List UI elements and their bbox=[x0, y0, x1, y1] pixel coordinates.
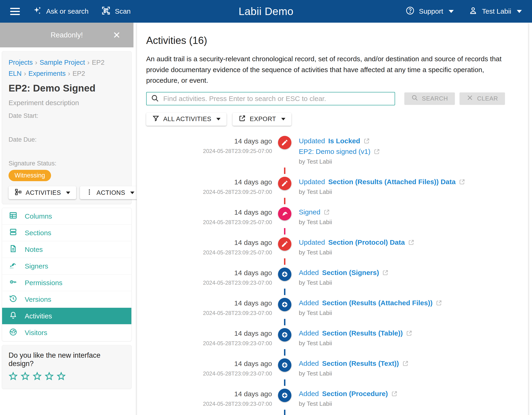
activity-times: 14 days ago 2024-05-28T23:09:23-07:00 bbox=[146, 358, 272, 377]
search-box bbox=[146, 92, 395, 105]
timeline-connector bbox=[284, 168, 285, 174]
star-icon[interactable] bbox=[57, 372, 66, 382]
face-icon bbox=[9, 328, 17, 338]
all-activities-filter-button[interactable]: ALL ACTIVITIES bbox=[146, 113, 227, 126]
timeline-connector-row bbox=[146, 407, 519, 415]
activity-entry: 14 days ago 2024-05-28T23:09:23-07:00 Ad… bbox=[146, 358, 519, 377]
star-icon[interactable] bbox=[45, 372, 54, 382]
external-link-icon bbox=[459, 179, 465, 185]
sidebar-item-visitors[interactable]: Visitors bbox=[2, 325, 131, 341]
activity-times: 14 days ago 2024-05-28T23:09:25-07:00 bbox=[146, 237, 272, 256]
status-badge: Witnessing bbox=[9, 170, 51, 181]
star-icon[interactable] bbox=[20, 372, 30, 382]
activities-dropdown-button[interactable]: ACTIVITIES bbox=[9, 186, 76, 199]
date-due-label: Date Due: bbox=[9, 136, 125, 143]
clear-button[interactable]: CLEAR bbox=[459, 92, 505, 105]
support-menu[interactable]: Support bbox=[406, 6, 454, 17]
star-icon[interactable] bbox=[9, 372, 18, 382]
timestamp: 2024-05-28T23:09:25-07:00 bbox=[146, 189, 272, 195]
activity-by: by Test Labii bbox=[299, 188, 519, 196]
activity-entry: 14 days ago 2024-05-28T23:09:25-07:00 Up… bbox=[146, 136, 519, 165]
activity-link[interactable]: EP2: Demo signed (v1) bbox=[299, 148, 519, 156]
activity-link[interactable]: Updated Section (Results (Attached Files… bbox=[299, 178, 519, 186]
chevron-down-icon bbox=[281, 118, 285, 120]
timeline-connector bbox=[284, 379, 285, 386]
activity-link[interactable]: Signed bbox=[299, 208, 519, 216]
relative-time: 14 days ago bbox=[146, 299, 272, 307]
timestamp: 2024-05-28T23:09:23-07:00 bbox=[146, 340, 272, 346]
top-navbar: Ask or search Scan Labii Demo Support Te… bbox=[0, 0, 532, 23]
activity-link[interactable]: Added Section (Signers) bbox=[299, 268, 519, 277]
scan-label: Scan bbox=[115, 7, 131, 15]
relative-time: 14 days ago bbox=[146, 329, 272, 337]
external-link-icon bbox=[374, 148, 380, 155]
rating-question: Do you like the new interface design? bbox=[9, 351, 125, 368]
activity-link[interactable]: Added Section (Results (Table)) bbox=[299, 329, 519, 337]
search-icon bbox=[411, 94, 418, 103]
chevron-down-icon bbox=[517, 10, 522, 13]
activity-links: Updated Is LockedEP2: Demo signed (v1) bbox=[299, 137, 519, 156]
user-menu[interactable]: Test Labii bbox=[468, 6, 522, 17]
sidebar: Readonly! ✕ Projects›Sample Project›EP2 … bbox=[0, 23, 133, 389]
sidebar-item-label: Permissions bbox=[25, 279, 62, 287]
pencil-icon bbox=[278, 136, 291, 149]
timeline-connector bbox=[284, 349, 285, 356]
hamburger-menu-icon[interactable] bbox=[10, 8, 20, 15]
timeline-connector-row bbox=[146, 256, 519, 267]
sidebar-item-versions[interactable]: Versions bbox=[2, 291, 131, 308]
readonly-banner: Readonly! ✕ bbox=[0, 23, 133, 47]
sidebar-item-label: Activities bbox=[25, 312, 52, 320]
close-icon bbox=[466, 94, 473, 103]
all-activities-filter-label: ALL ACTIVITIES bbox=[163, 116, 211, 123]
activity-times: 14 days ago 2024-05-28T23:09:23-07:00 bbox=[146, 328, 272, 347]
relative-time: 14 days ago bbox=[146, 239, 272, 247]
activity-times: 14 days ago 2024-05-28T23:09:23-07:00 bbox=[146, 389, 272, 407]
kebab-menu-icon bbox=[86, 188, 93, 197]
activity-links: Updated Section (Results (Attached Files… bbox=[299, 178, 519, 186]
export-button[interactable]: EXPORT bbox=[233, 113, 291, 126]
sidebar-item-notes[interactable]: Notes bbox=[2, 241, 131, 258]
feedback-card: Do you like the new interface design? bbox=[2, 345, 132, 389]
search-input[interactable] bbox=[163, 95, 390, 103]
timeline-connector bbox=[284, 198, 285, 204]
record-title: EP2: Demo Signed bbox=[9, 83, 125, 94]
timeline-connector bbox=[284, 258, 285, 265]
activity-link[interactable]: Added Section (Results (Attached Files)) bbox=[299, 299, 519, 307]
activity-link[interactable]: Updated Is Locked bbox=[299, 137, 519, 145]
timeline-connector bbox=[284, 228, 285, 235]
external-link-icon bbox=[436, 300, 442, 306]
chevron-down-icon bbox=[66, 192, 70, 194]
sidebar-item-activities[interactable]: Activities bbox=[2, 308, 131, 325]
search-button[interactable]: SEARCH bbox=[404, 92, 455, 105]
external-link-icon bbox=[391, 391, 398, 397]
activity-link[interactable]: Added Section (Results (Text)) bbox=[299, 359, 519, 368]
activity-link[interactable]: Added Section (Procedure) bbox=[299, 390, 519, 398]
breadcrumb-link[interactable]: ELN bbox=[9, 70, 21, 77]
activity-timeline: 14 days ago 2024-05-28T23:09:25-07:00 Up… bbox=[146, 136, 519, 415]
timeline-connector-row bbox=[146, 196, 519, 207]
workflow-icon bbox=[15, 188, 22, 197]
actions-dropdown-button[interactable]: ACTIONS bbox=[80, 186, 140, 199]
sidebar-item-columns[interactable]: Columns bbox=[2, 208, 131, 225]
breadcrumb-link[interactable]: Projects bbox=[9, 59, 33, 66]
close-icon[interactable]: ✕ bbox=[113, 30, 121, 40]
external-link-icon bbox=[363, 138, 370, 144]
person-icon bbox=[468, 6, 478, 17]
breadcrumb-link[interactable]: Sample Project bbox=[39, 59, 85, 66]
star-icon[interactable] bbox=[33, 372, 42, 382]
scan-button[interactable]: Scan bbox=[101, 6, 131, 17]
app-title: Labii Demo bbox=[238, 5, 294, 18]
signature-icon bbox=[278, 207, 291, 220]
ask-or-search-button[interactable]: Ask or search bbox=[33, 6, 88, 17]
activity-links: Added Section (Signers) bbox=[299, 268, 519, 277]
activity-link[interactable]: Updated Section (Protocol) Data bbox=[299, 238, 519, 247]
breadcrumb-link[interactable]: Experiments bbox=[28, 70, 66, 77]
timeline-connector-row bbox=[146, 377, 519, 389]
breadcrumb-separator: › bbox=[87, 59, 90, 66]
plus-icon bbox=[278, 328, 291, 342]
sidebar-item-sections[interactable]: Sections bbox=[2, 225, 131, 241]
activity-entry: 14 days ago 2024-05-28T23:09:23-07:00 Ad… bbox=[146, 328, 519, 347]
external-link-icon bbox=[382, 269, 389, 276]
sidebar-item-permissions[interactable]: Permissions bbox=[2, 275, 131, 291]
sidebar-item-signers[interactable]: Signers bbox=[2, 258, 131, 275]
